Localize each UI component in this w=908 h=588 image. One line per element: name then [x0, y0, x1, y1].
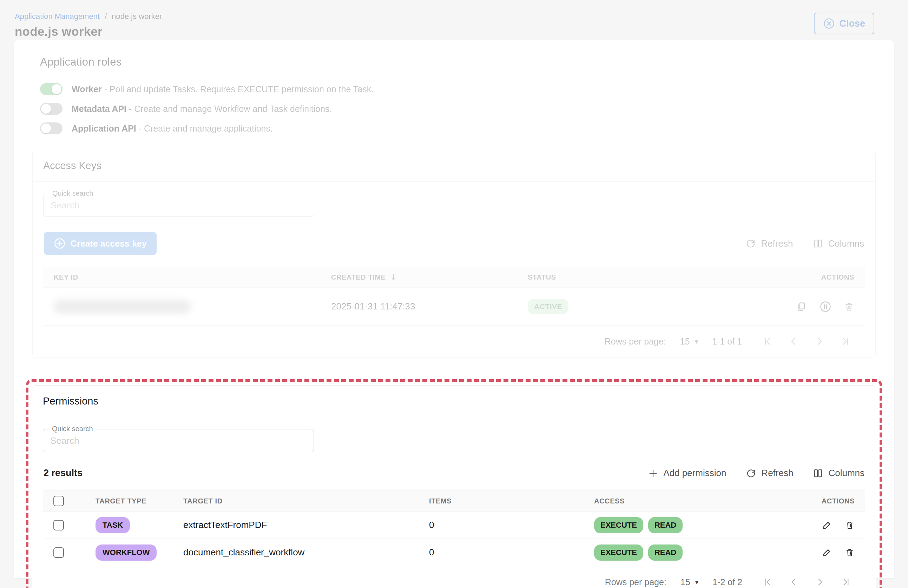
last-page-icon[interactable]	[840, 577, 851, 587]
search-field-label: Quick search	[49, 425, 96, 433]
caret-down-icon: ▾	[695, 337, 699, 345]
access-key-row: 2025-01-31 11:47:33 ACTIVE	[43, 288, 865, 326]
items-cell: 0	[429, 547, 594, 558]
page-header: Application Management / node.js worker …	[0, 0, 908, 40]
redacted-key-id	[54, 300, 191, 313]
breadcrumb: Application Management / node.js worker	[15, 12, 888, 21]
row-checkbox[interactable]	[53, 547, 64, 558]
actions-cell	[791, 547, 855, 558]
rows-per-page-value: 15	[680, 336, 690, 347]
column-header-target-id[interactable]: TARGET ID	[183, 497, 429, 505]
role-row-worker: Worker - Poll and update Tasks. Requires…	[40, 83, 876, 95]
add-permission-button[interactable]: Add permission	[648, 468, 726, 479]
breadcrumb-link-application-management[interactable]: Application Management	[15, 12, 100, 21]
columns-icon	[813, 238, 823, 249]
breadcrumb-current: node.js worker	[112, 12, 162, 21]
column-header-key-id[interactable]: KEY ID	[54, 273, 331, 281]
application-detail-panel: Application roles Worker - Poll and upda…	[14, 40, 894, 578]
sort-desc-icon	[390, 273, 398, 281]
rows-per-page-select[interactable]: 15 ▾	[681, 577, 699, 587]
role-label: Worker	[72, 84, 102, 94]
worker-toggle[interactable]	[40, 83, 63, 95]
previous-page-icon[interactable]	[789, 577, 799, 587]
permissions-table: TARGET TYPE TARGET ID ITEMS ACCESS ACTIO…	[43, 490, 865, 588]
permissions-heading: Permissions	[32, 386, 876, 417]
column-header-created-time[interactable]: CREATED TIME	[331, 273, 528, 281]
next-page-icon[interactable]	[815, 577, 825, 587]
target-type-badge: TASK	[95, 517, 130, 533]
items-cell: 0	[429, 520, 594, 530]
toggle-knob	[41, 124, 51, 133]
metadata-api-toggle[interactable]	[40, 103, 63, 115]
edit-icon[interactable]	[822, 547, 832, 558]
results-count: 2 results	[43, 468, 82, 479]
refresh-icon	[746, 468, 756, 479]
permission-row-workflow: WORKFLOW document_classifier_workflow 0 …	[43, 539, 865, 566]
search-field-label: Quick search	[49, 190, 97, 198]
columns-icon	[813, 468, 823, 479]
access-badge-read: READ	[648, 517, 683, 533]
rows-per-page-label: Rows per page:	[605, 336, 666, 347]
last-page-icon[interactable]	[840, 336, 851, 347]
role-description: - Create and manage Workflow and Task de…	[129, 104, 332, 114]
delete-icon[interactable]	[845, 547, 855, 558]
permissions-table-header: TARGET TYPE TARGET ID ITEMS ACCESS ACTIO…	[43, 490, 865, 511]
access-cell: EXECUTE READ	[594, 545, 791, 561]
row-checkbox[interactable]	[53, 520, 64, 530]
plus-icon	[648, 468, 658, 479]
permissions-refresh-button[interactable]: Refresh	[746, 468, 793, 479]
copy-icon[interactable]	[796, 301, 807, 312]
pause-icon[interactable]	[819, 300, 832, 313]
column-header-target-type[interactable]: TARGET TYPE	[95, 497, 183, 505]
access-keys-pagination: Rows per page: 15 ▾ 1-1 of 1	[43, 326, 865, 357]
access-keys-refresh-button[interactable]: Refresh	[745, 238, 793, 249]
previous-page-icon[interactable]	[788, 336, 799, 347]
access-keys-card: Access Keys Quick search Create access k…	[32, 150, 876, 358]
actions-cell	[791, 520, 855, 530]
column-header-status[interactable]: STATUS	[528, 273, 770, 281]
access-badge-read: READ	[648, 545, 683, 561]
close-button[interactable]: Close	[814, 13, 874, 34]
permissions-search-field: Quick search	[43, 429, 314, 452]
role-text: Application API - Create and manage appl…	[72, 124, 273, 134]
close-icon	[823, 18, 835, 29]
role-description: - Poll and update Tasks. Requires EXECUT…	[104, 84, 374, 94]
target-type-badge: WORKFLOW	[95, 545, 156, 561]
delete-icon[interactable]	[844, 301, 854, 312]
application-roles-section: Application roles Worker - Poll and upda…	[40, 56, 876, 134]
column-header-items[interactable]: ITEMS	[429, 497, 594, 505]
access-keys-search-field: Quick search	[43, 194, 314, 217]
rows-per-page-select[interactable]: 15 ▾	[680, 336, 698, 347]
access-keys-table: KEY ID CREATED TIME STATUS ACTIONS 2025-…	[43, 267, 865, 357]
access-keys-columns-button[interactable]: Columns	[813, 238, 864, 249]
create-access-key-button[interactable]: Create access key	[44, 232, 156, 255]
page-title: node.js worker	[15, 24, 888, 39]
role-description: - Create and manage applications.	[139, 124, 273, 133]
columns-label: Columns	[828, 238, 864, 249]
toggle-knob	[41, 104, 51, 114]
plus-circle-icon	[54, 238, 66, 249]
access-badge-execute: EXECUTE	[594, 517, 643, 533]
column-header-actions: ACTIONS	[770, 273, 854, 281]
column-header-label: CREATED TIME	[331, 273, 386, 281]
pagination-range: 1-2 of 2	[712, 577, 742, 587]
select-all-checkbox[interactable]	[53, 496, 64, 506]
role-text: Metadata API - Create and manage Workflo…	[72, 104, 332, 114]
permissions-columns-button[interactable]: Columns	[813, 468, 865, 479]
key-id-cell	[54, 300, 331, 313]
edit-icon[interactable]	[822, 520, 832, 530]
first-page-icon[interactable]	[763, 577, 773, 587]
first-page-icon[interactable]	[762, 336, 773, 347]
created-time-cell: 2025-01-31 11:47:33	[331, 301, 528, 312]
permissions-pagination: Rows per page: 15 ▾ 1-2 of 2	[43, 566, 865, 588]
create-access-key-label: Create access key	[71, 239, 147, 249]
caret-down-icon: ▾	[695, 578, 699, 586]
access-keys-heading: Access Keys	[33, 150, 875, 182]
delete-icon[interactable]	[845, 520, 855, 530]
application-api-toggle[interactable]	[40, 122, 63, 134]
rows-per-page-label: Rows per page:	[605, 577, 667, 587]
column-header-access[interactable]: ACCESS	[594, 497, 791, 505]
role-row-metadata-api: Metadata API - Create and manage Workflo…	[40, 103, 876, 115]
next-page-icon[interactable]	[814, 336, 825, 347]
access-badge-execute: EXECUTE	[594, 545, 643, 561]
